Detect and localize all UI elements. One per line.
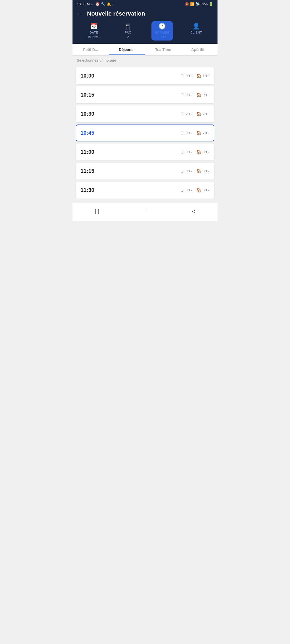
step-horaire[interactable]: 🕐 HORAIRE 10:45 (151, 21, 173, 41)
clock-count-1000: ⏱ 0/12 (180, 74, 192, 78)
back-button[interactable]: ← (77, 10, 83, 17)
time-slot-1045-label: 10:45 (81, 130, 94, 136)
clock-count-1115-val: 0/12 (186, 169, 192, 173)
clock-count-1100: ⏱ 0/12 (180, 150, 192, 154)
nav-back-button[interactable]: < (186, 207, 202, 216)
clock-icon-1100: ⏱ (180, 150, 184, 154)
mail-icon: M (87, 2, 90, 6)
person-icon: 👤 (193, 23, 200, 30)
clock-count-1130: ⏱ 0/12 (180, 188, 192, 192)
building-icon-1000: 🏠 (196, 74, 201, 78)
time-slot-1030-info: ⏱ 2/12 🏠 2/12 (180, 112, 209, 116)
building-count-1130-val: 0/12 (203, 188, 209, 192)
step-pax-value: 2 (127, 35, 129, 39)
section-header: Sélectionnez un horaire (73, 56, 218, 65)
time-slot-1130-label: 11:30 (81, 187, 94, 193)
cutlery-icon: 🍴 (124, 23, 132, 30)
building-count-1045-val: 2/12 (203, 131, 209, 135)
building-icon-1115: 🏠 (196, 169, 201, 174)
building-count-1115: 🏠 0/12 (196, 169, 209, 174)
status-left: 10:08 M ✓ ⏰ 🔧 🔔 • (77, 2, 114, 6)
clock-icon-1030: ⏱ (180, 112, 184, 116)
time-slot-1100-info: ⏱ 0/12 🏠 0/12 (180, 150, 209, 155)
time-slot-1000-info: ⏱ 0/12 🏠 1/12 (180, 74, 209, 78)
step-tabs: 📅 DATE 15 janv... 🍴 PAX 2 🕐 HORAIRE 10:4… (77, 21, 213, 44)
check-icon: ✓ (91, 2, 94, 6)
building-count-1115-val: 0/12 (203, 169, 209, 173)
clock-count-1115: ⏱ 0/12 (180, 169, 192, 173)
clock-count-1100-val: 0/12 (186, 150, 192, 154)
clock-count-1015: ⏱ 0/12 (180, 93, 192, 97)
time-slots-list: 10:00 ⏱ 0/12 🏠 1/12 10:15 ⏱ 0/12 🏠 0/12 (73, 65, 218, 201)
clock-icon-1115: ⏱ (180, 169, 184, 173)
battery-level: 72% (201, 2, 208, 6)
clock-count-1000-val: 0/12 (186, 74, 192, 78)
clock-icon-1130: ⏱ (180, 188, 184, 192)
status-right: 🔕 📶 📡 72% 🔋 (185, 2, 213, 6)
header-title-row: ← Nouvelle réservation (77, 10, 213, 17)
step-horaire-value: 10:45 (158, 35, 166, 39)
cat-tab-petit-dej[interactable]: Petit D... (73, 44, 109, 55)
time-slot-1045[interactable]: 10:45 ⏱ 0/12 🏠 2/12 (76, 125, 214, 141)
time-slot-1015[interactable]: 10:15 ⏱ 0/12 🏠 0/12 (76, 86, 214, 103)
clock-count-1130-val: 0/12 (186, 188, 192, 192)
calendar-icon: 📅 (90, 23, 97, 30)
building-count-1000: 🏠 1/12 (196, 74, 209, 78)
nav-home-button[interactable]: □ (137, 207, 154, 216)
step-client-label: CLIENT (190, 31, 202, 34)
time-slot-1115[interactable]: 11:15 ⏱ 0/12 🏠 0/12 (76, 163, 214, 180)
time-slot-1100-label: 11:00 (81, 149, 94, 155)
time-slot-1015-info: ⏱ 0/12 🏠 0/12 (180, 93, 209, 97)
cat-tab-tea-time[interactable]: Tea Time (145, 44, 181, 55)
app-header: ← Nouvelle réservation 📅 DATE 15 janv...… (73, 7, 218, 44)
clock-count-1030-val: 2/12 (186, 112, 192, 116)
building-count-1000-val: 1/12 (203, 74, 209, 78)
time-slot-1045-info: ⏱ 0/12 🏠 2/12 (180, 131, 209, 136)
cat-tab-dejeuner[interactable]: Déjeuner (109, 44, 145, 55)
step-pax-label: PAX (125, 31, 131, 34)
step-date[interactable]: 📅 DATE 15 janv... (83, 21, 105, 41)
nav-menu-button[interactable]: ||| (88, 207, 106, 216)
step-pax[interactable]: 🍴 PAX 2 (117, 21, 139, 41)
building-icon-1130: 🏠 (196, 188, 201, 193)
building-icon-1100: 🏠 (196, 150, 201, 155)
time-slot-1100[interactable]: 11:00 ⏱ 0/12 🏠 0/12 (76, 144, 214, 160)
clock-count-1030: ⏱ 2/12 (180, 112, 192, 116)
clock-count-1045: ⏱ 0/12 (180, 131, 192, 135)
mute-icon: 🔕 (185, 2, 189, 6)
bottom-navigation: ||| □ < (73, 203, 218, 221)
time-slot-1030[interactable]: 10:30 ⏱ 2/12 🏠 2/12 (76, 105, 214, 122)
step-date-value: 15 janv... (88, 35, 100, 39)
page-title: Nouvelle réservation (87, 10, 145, 17)
cat-tab-aperitif[interactable]: Apéritif... (181, 44, 218, 55)
building-count-1015-val: 0/12 (203, 93, 209, 97)
building-count-1045: 🏠 2/12 (196, 131, 209, 136)
building-count-1100: 🏠 0/12 (196, 150, 209, 155)
alert-icon: 🔔 (107, 2, 111, 6)
clock-count-1045-val: 0/12 (186, 131, 192, 135)
step-date-label: DATE (90, 31, 98, 34)
building-icon-1045: 🏠 (196, 131, 201, 136)
building-count-1130: 🏠 0/12 (196, 188, 209, 193)
building-count-1030-val: 2/12 (203, 112, 209, 116)
building-icon-1015: 🏠 (196, 93, 201, 97)
status-time: 10:08 (77, 2, 86, 6)
clock-icon-1000: ⏱ (180, 74, 184, 78)
step-client[interactable]: 👤 CLIENT (186, 21, 207, 41)
building-icon-1030: 🏠 (196, 112, 201, 116)
time-slot-1130[interactable]: 11:30 ⏱ 0/12 🏠 0/12 (76, 182, 214, 199)
time-slot-1115-info: ⏱ 0/12 🏠 0/12 (180, 169, 209, 174)
building-count-1030: 🏠 2/12 (196, 112, 209, 116)
signal-icon: 📡 (195, 2, 200, 6)
clock-icon: ⏰ (95, 2, 100, 6)
settings-icon: 🔧 (101, 2, 105, 6)
time-slot-1030-label: 10:30 (81, 111, 94, 117)
time-slot-1015-label: 10:15 (81, 92, 94, 98)
clock-count-1015-val: 0/12 (186, 93, 192, 97)
battery-icon: 🔋 (209, 2, 213, 6)
time-slot-1130-info: ⏱ 0/12 🏠 0/12 (180, 188, 209, 193)
clock-icon-1015: ⏱ (180, 93, 184, 97)
building-count-1100-val: 0/12 (203, 150, 209, 154)
time-slot-1000[interactable]: 10:00 ⏱ 0/12 🏠 1/12 (76, 67, 214, 84)
wifi-icon: 📶 (190, 2, 194, 6)
